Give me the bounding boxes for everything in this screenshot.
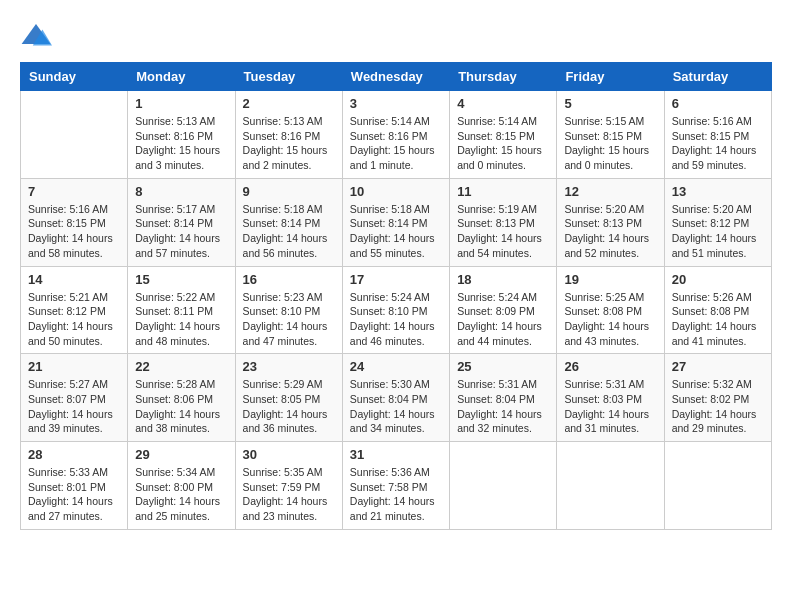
day-number: 24: [350, 359, 442, 374]
cell-info: Sunrise: 5:31 AM Sunset: 8:03 PM Dayligh…: [564, 377, 656, 436]
calendar-cell: 6Sunrise: 5:16 AM Sunset: 8:15 PM Daylig…: [664, 91, 771, 179]
day-header-tuesday: Tuesday: [235, 63, 342, 91]
calendar-cell: 1Sunrise: 5:13 AM Sunset: 8:16 PM Daylig…: [128, 91, 235, 179]
cell-info: Sunrise: 5:16 AM Sunset: 8:15 PM Dayligh…: [672, 114, 764, 173]
calendar-cell: 18Sunrise: 5:24 AM Sunset: 8:09 PM Dayli…: [450, 266, 557, 354]
cell-info: Sunrise: 5:28 AM Sunset: 8:06 PM Dayligh…: [135, 377, 227, 436]
day-header-monday: Monday: [128, 63, 235, 91]
calendar-cell: 26Sunrise: 5:31 AM Sunset: 8:03 PM Dayli…: [557, 354, 664, 442]
calendar-cell: 25Sunrise: 5:31 AM Sunset: 8:04 PM Dayli…: [450, 354, 557, 442]
day-number: 21: [28, 359, 120, 374]
calendar-cell: 3Sunrise: 5:14 AM Sunset: 8:16 PM Daylig…: [342, 91, 449, 179]
cell-info: Sunrise: 5:32 AM Sunset: 8:02 PM Dayligh…: [672, 377, 764, 436]
calendar-cell: 27Sunrise: 5:32 AM Sunset: 8:02 PM Dayli…: [664, 354, 771, 442]
calendar-cell: 24Sunrise: 5:30 AM Sunset: 8:04 PM Dayli…: [342, 354, 449, 442]
calendar-week-row: 1Sunrise: 5:13 AM Sunset: 8:16 PM Daylig…: [21, 91, 772, 179]
calendar-table: SundayMondayTuesdayWednesdayThursdayFrid…: [20, 62, 772, 530]
day-number: 25: [457, 359, 549, 374]
cell-info: Sunrise: 5:27 AM Sunset: 8:07 PM Dayligh…: [28, 377, 120, 436]
cell-info: Sunrise: 5:25 AM Sunset: 8:08 PM Dayligh…: [564, 290, 656, 349]
day-number: 26: [564, 359, 656, 374]
calendar-cell: 10Sunrise: 5:18 AM Sunset: 8:14 PM Dayli…: [342, 178, 449, 266]
cell-info: Sunrise: 5:13 AM Sunset: 8:16 PM Dayligh…: [135, 114, 227, 173]
day-number: 7: [28, 184, 120, 199]
day-number: 31: [350, 447, 442, 462]
cell-info: Sunrise: 5:18 AM Sunset: 8:14 PM Dayligh…: [350, 202, 442, 261]
day-header-saturday: Saturday: [664, 63, 771, 91]
day-number: 23: [243, 359, 335, 374]
day-number: 10: [350, 184, 442, 199]
calendar-cell: 12Sunrise: 5:20 AM Sunset: 8:13 PM Dayli…: [557, 178, 664, 266]
day-number: 15: [135, 272, 227, 287]
calendar-cell: 9Sunrise: 5:18 AM Sunset: 8:14 PM Daylig…: [235, 178, 342, 266]
cell-info: Sunrise: 5:34 AM Sunset: 8:00 PM Dayligh…: [135, 465, 227, 524]
calendar-cell: 30Sunrise: 5:35 AM Sunset: 7:59 PM Dayli…: [235, 442, 342, 530]
page-header: [20, 20, 772, 52]
calendar-cell: 5Sunrise: 5:15 AM Sunset: 8:15 PM Daylig…: [557, 91, 664, 179]
calendar-cell: [557, 442, 664, 530]
calendar-cell: 7Sunrise: 5:16 AM Sunset: 8:15 PM Daylig…: [21, 178, 128, 266]
calendar-cell: 22Sunrise: 5:28 AM Sunset: 8:06 PM Dayli…: [128, 354, 235, 442]
calendar-week-row: 14Sunrise: 5:21 AM Sunset: 8:12 PM Dayli…: [21, 266, 772, 354]
cell-info: Sunrise: 5:17 AM Sunset: 8:14 PM Dayligh…: [135, 202, 227, 261]
calendar-cell: 8Sunrise: 5:17 AM Sunset: 8:14 PM Daylig…: [128, 178, 235, 266]
cell-info: Sunrise: 5:22 AM Sunset: 8:11 PM Dayligh…: [135, 290, 227, 349]
cell-info: Sunrise: 5:33 AM Sunset: 8:01 PM Dayligh…: [28, 465, 120, 524]
day-number: 6: [672, 96, 764, 111]
cell-info: Sunrise: 5:14 AM Sunset: 8:16 PM Dayligh…: [350, 114, 442, 173]
cell-info: Sunrise: 5:30 AM Sunset: 8:04 PM Dayligh…: [350, 377, 442, 436]
day-number: 2: [243, 96, 335, 111]
cell-info: Sunrise: 5:16 AM Sunset: 8:15 PM Dayligh…: [28, 202, 120, 261]
calendar-cell: 17Sunrise: 5:24 AM Sunset: 8:10 PM Dayli…: [342, 266, 449, 354]
calendar-week-row: 28Sunrise: 5:33 AM Sunset: 8:01 PM Dayli…: [21, 442, 772, 530]
cell-info: Sunrise: 5:14 AM Sunset: 8:15 PM Dayligh…: [457, 114, 549, 173]
day-number: 5: [564, 96, 656, 111]
day-number: 27: [672, 359, 764, 374]
day-number: 16: [243, 272, 335, 287]
day-number: 3: [350, 96, 442, 111]
cell-info: Sunrise: 5:29 AM Sunset: 8:05 PM Dayligh…: [243, 377, 335, 436]
cell-info: Sunrise: 5:13 AM Sunset: 8:16 PM Dayligh…: [243, 114, 335, 173]
cell-info: Sunrise: 5:24 AM Sunset: 8:10 PM Dayligh…: [350, 290, 442, 349]
calendar-cell: 23Sunrise: 5:29 AM Sunset: 8:05 PM Dayli…: [235, 354, 342, 442]
calendar-cell: [21, 91, 128, 179]
day-header-friday: Friday: [557, 63, 664, 91]
cell-info: Sunrise: 5:23 AM Sunset: 8:10 PM Dayligh…: [243, 290, 335, 349]
calendar-cell: 15Sunrise: 5:22 AM Sunset: 8:11 PM Dayli…: [128, 266, 235, 354]
calendar-cell: 16Sunrise: 5:23 AM Sunset: 8:10 PM Dayli…: [235, 266, 342, 354]
calendar-cell: 13Sunrise: 5:20 AM Sunset: 8:12 PM Dayli…: [664, 178, 771, 266]
day-number: 30: [243, 447, 335, 462]
cell-info: Sunrise: 5:24 AM Sunset: 8:09 PM Dayligh…: [457, 290, 549, 349]
cell-info: Sunrise: 5:20 AM Sunset: 8:13 PM Dayligh…: [564, 202, 656, 261]
day-number: 22: [135, 359, 227, 374]
day-number: 12: [564, 184, 656, 199]
calendar-cell: 4Sunrise: 5:14 AM Sunset: 8:15 PM Daylig…: [450, 91, 557, 179]
calendar-cell: 19Sunrise: 5:25 AM Sunset: 8:08 PM Dayli…: [557, 266, 664, 354]
cell-info: Sunrise: 5:26 AM Sunset: 8:08 PM Dayligh…: [672, 290, 764, 349]
logo-icon: [20, 20, 52, 52]
calendar-cell: 28Sunrise: 5:33 AM Sunset: 8:01 PM Dayli…: [21, 442, 128, 530]
cell-info: Sunrise: 5:21 AM Sunset: 8:12 PM Dayligh…: [28, 290, 120, 349]
cell-info: Sunrise: 5:19 AM Sunset: 8:13 PM Dayligh…: [457, 202, 549, 261]
calendar-cell: [664, 442, 771, 530]
day-number: 18: [457, 272, 549, 287]
day-number: 1: [135, 96, 227, 111]
cell-info: Sunrise: 5:15 AM Sunset: 8:15 PM Dayligh…: [564, 114, 656, 173]
day-header-thursday: Thursday: [450, 63, 557, 91]
calendar-cell: 11Sunrise: 5:19 AM Sunset: 8:13 PM Dayli…: [450, 178, 557, 266]
day-number: 17: [350, 272, 442, 287]
day-number: 9: [243, 184, 335, 199]
calendar-cell: 29Sunrise: 5:34 AM Sunset: 8:00 PM Dayli…: [128, 442, 235, 530]
day-number: 11: [457, 184, 549, 199]
day-number: 13: [672, 184, 764, 199]
cell-info: Sunrise: 5:35 AM Sunset: 7:59 PM Dayligh…: [243, 465, 335, 524]
calendar-week-row: 21Sunrise: 5:27 AM Sunset: 8:07 PM Dayli…: [21, 354, 772, 442]
calendar-cell: 20Sunrise: 5:26 AM Sunset: 8:08 PM Dayli…: [664, 266, 771, 354]
calendar-cell: 14Sunrise: 5:21 AM Sunset: 8:12 PM Dayli…: [21, 266, 128, 354]
calendar-cell: 21Sunrise: 5:27 AM Sunset: 8:07 PM Dayli…: [21, 354, 128, 442]
day-number: 19: [564, 272, 656, 287]
day-number: 20: [672, 272, 764, 287]
calendar-week-row: 7Sunrise: 5:16 AM Sunset: 8:15 PM Daylig…: [21, 178, 772, 266]
day-number: 28: [28, 447, 120, 462]
day-number: 4: [457, 96, 549, 111]
